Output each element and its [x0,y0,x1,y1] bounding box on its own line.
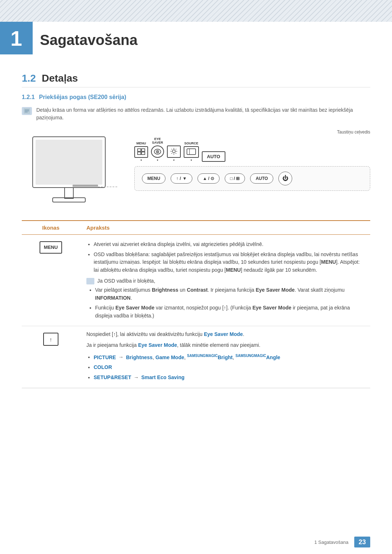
svg-line-23 [176,153,176,154]
svg-rect-3 [25,112,28,112]
svg-rect-11 [142,149,145,151]
guide-buttons-row: MENU ▾ EYE SAVER [134,138,370,162]
svg-rect-8 [73,185,98,187]
front-buttons-row: MENU ↑ / ▼ ▲ / ⊙ [134,166,370,191]
brightness-btn-icon [167,145,181,158]
menu-icon-cell: MENU [22,235,80,326]
front-nav-btn[interactable]: ↑ / ▼ [171,173,192,184]
guide-brightness-btn: ▾ [167,141,181,162]
guide-source-btn: SOURCE ▾ [184,142,199,162]
front-power-btn[interactable]: ⏻ [278,172,292,185]
eyesaver-list: PICTURE → Brightness, Game Mode, SAMSUNG… [86,353,364,382]
nav-icon: ↑ [176,176,178,181]
svg-rect-10 [138,149,141,151]
menu-note-icon [86,278,94,284]
menu-btn-label: MENU [136,142,146,145]
arrow-2: → [134,374,139,382]
note-box: Detaļu krāsa un forma var atšķirties no … [22,106,370,122]
front-window-btn[interactable]: □ / ⊞ [225,173,245,184]
svg-rect-1 [25,110,29,110]
page-footer: 1 Sagatavošana 23 [0,537,392,547]
svg-rect-12 [138,152,141,155]
monitor-diagram-section: Taustiņu ceļvedis MENU ▾ [22,130,370,214]
smartecosaving-label: Smart Eco Saving [141,374,184,380]
brightness-label [173,141,175,145]
subsection-title: Priekšējas pogas (SE200 sērija) [39,94,126,100]
svg-point-16 [157,151,158,152]
menu-description-cell: Atveriet vai aizveriet ekrāna displeja i… [80,235,370,326]
menu-bold-1: MENU [321,259,336,265]
menu-sub-bullet-1: Var pielāgot iestatījumus Brightness un … [95,286,364,302]
svg-rect-6 [65,188,73,198]
menu-table-icon: MENU [40,241,62,254]
eyesaver-down-arrow: ▾ [157,159,158,162]
bright-label: Bright [218,354,233,360]
table-header-ikonas: Ikonas [22,221,80,235]
top-hatch-decoration [0,0,392,22]
menu-sub-bullets: Var pielāgot iestatījumus Brightness un … [86,286,364,320]
eyesaver-para-2: Ja ir pieejama funkcija Eye Saver Mode, … [86,341,364,349]
footer-page-number: 23 [354,537,370,547]
nav-separator: / [180,176,181,181]
information-bold: INFORMATION [95,295,131,301]
note-icon [22,107,32,115]
eyesavermode-bold2: Eye Saver Mode [115,305,154,311]
nav-down: ▼ [183,176,187,181]
svg-point-17 [172,150,175,153]
menu-main-bullets: Atveriet vai aizveriet ekrāna displeja i… [86,241,364,274]
menu-btn-icon [134,146,148,158]
arrow-icon-cell: ↑ [22,326,80,388]
menu-bullet-1: Atveriet vai aizveriet ekrāna displeja i… [94,241,364,249]
color-label: COLOR [94,364,112,370]
source-down-arrow: ▾ [191,159,192,162]
menu-note-text: Ja OSD vadība ir bloķēta, [97,277,155,285]
eyesavermode-bold3: Eye Saver Mode [252,305,291,311]
svg-rect-2 [25,111,29,111]
picture-label: PICTURE [94,354,116,360]
page-container: 1 Sagatavošana 1.2 Detaļas 1.2.1 Priekšē… [0,0,392,554]
guide-auto-btn: AUTO [202,147,225,162]
brightness-bold: Brightness [152,287,178,293]
taustipu-celveds-label: Taustiņu ceļvedis [134,130,370,135]
up-sep: / [208,176,209,181]
button-guide-section: Taustiņu ceļvedis MENU ▾ [134,130,370,191]
front-menu-btn[interactable]: MENU [142,173,166,184]
front-auto-btn[interactable]: AUTO [250,173,273,184]
arrow-1: → [118,353,123,361]
brightness-label-link: Brightness [126,354,152,360]
up-circle: ⊙ [211,176,214,181]
section-number: 1.2 [22,73,36,84]
eyesaver-list-item-3: SETUP&RESET → Smart Eco Saving [94,374,364,382]
source-btn-icon [184,146,199,158]
main-content: 1.2 Detaļas 1.2.1 Priekšējas pogas (SE20… [0,54,392,395]
eyesaver-list-item-1: PICTURE → Brightness, Game Mode, SAMSUNG… [94,353,364,361]
front-up-btn[interactable]: ▲ / ⊙ [197,173,220,184]
chapter-title-block: Sagatavošana [33,22,138,54]
menu-down-arrow: ▾ [140,159,142,162]
eyesaver-btn-icon [151,145,164,158]
chapter-title: Sagatavošana [40,32,138,48]
guide-menu-btn: MENU ▾ [134,142,148,162]
section-12: 1.2 Detaļas 1.2.1 Priekšējas pogas (SE20… [22,73,370,388]
samsung-magic-suffix1: MAGIC [205,354,217,358]
table-row-menu: MENU Atveriet vai aizveriet ekrāna displ… [22,235,370,326]
section-divider [22,87,370,87]
table-header-apraksts: Apraksts [80,221,370,235]
angle-label: Angle [266,354,280,360]
samsung-magic-prefix2: SAMSUNG [236,354,254,358]
eyesaver-para-1: Nospiediet [↑], lai aktivizētu vai deakt… [86,331,364,338]
source-label: SOURCE [184,142,199,145]
svg-line-22 [171,149,172,149]
samsung-magic-prefix1: SAMSUNG [187,354,205,358]
gamemode-label: Game Mode [155,354,184,360]
eyesaver-list-item-2: COLOR [94,364,364,372]
subsection-number: 1.2.1 [22,94,35,100]
chapter-number: 1 [11,26,22,50]
section-title: Detaļas [42,73,78,84]
menu-bold-2: MENU [226,267,241,273]
win-sep: / [234,176,235,181]
menu-sub-bullet-2: Funkciju Eye Saver Mode var izmantot, no… [95,304,364,320]
arrow-table-icon: ↑ [43,333,58,346]
power-icon: ⏻ [282,175,288,182]
eyesaver-top-label: EYE SAVER [152,138,163,145]
